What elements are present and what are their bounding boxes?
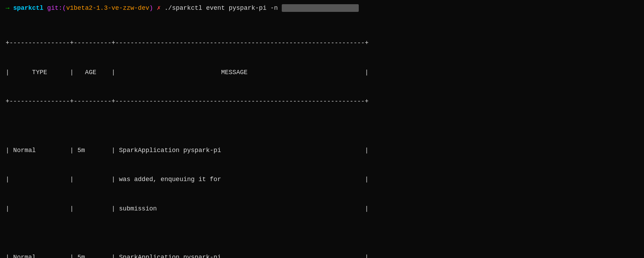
table-row: | | | submission | <box>6 204 638 214</box>
prompt-branch-close: ) <box>149 3 153 13</box>
table-row: | Normal | 5m | SparkApplication pyspark… <box>6 253 638 258</box>
prompt-git-label: git: <box>47 3 62 13</box>
terminal-window: → sparkctl git: ( v1beta2-1.3-ve-zzw-dev… <box>0 0 644 258</box>
table-separator-mid: +----------------+----------+-----------… <box>6 97 638 107</box>
event-table: +----------------+----------+-----------… <box>6 19 638 258</box>
prompt-x: ✗ <box>157 3 161 13</box>
table-header: | TYPE | AGE | MESSAGE | <box>6 68 638 78</box>
arrow-icon: → <box>6 3 9 13</box>
table-row: | Normal | 5m | SparkApplication pyspark… <box>6 146 638 156</box>
prompt-dir: sparkctl <box>13 3 43 13</box>
prompt-command: ./sparkctl event pyspark-pi -n <box>164 3 278 13</box>
prompt-branch: v1beta2-1.3-ve-zzw-dev <box>66 3 149 13</box>
redacted-value <box>282 4 359 12</box>
prompt-line: → sparkctl git: ( v1beta2-1.3-ve-zzw-dev… <box>6 3 638 13</box>
prompt-branch-open: ( <box>62 3 66 13</box>
table-separator-top: +----------------+----------+-----------… <box>6 38 638 48</box>
table-row: | | | was added, enqueuing it for | <box>6 175 638 185</box>
